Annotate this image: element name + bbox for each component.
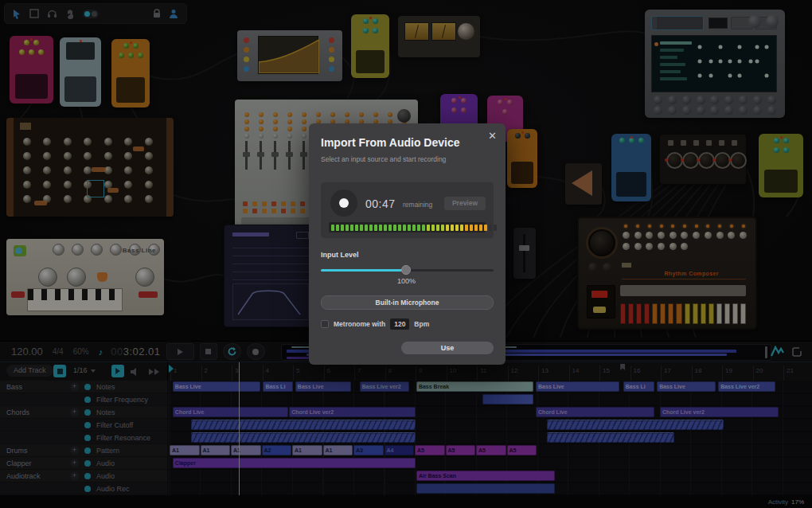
- meter-bar: [365, 225, 368, 231]
- meter-bar: [436, 225, 439, 231]
- meter-bar: [345, 225, 349, 231]
- meter-bar: [484, 225, 487, 231]
- slider-handle[interactable]: [401, 265, 411, 275]
- meter-bar: [412, 225, 416, 231]
- meter-bar: [494, 225, 497, 231]
- close-icon[interactable]: ✕: [488, 131, 497, 141]
- meter-bar: [384, 225, 387, 231]
- meter-bar: [465, 225, 468, 231]
- metronome-checkbox[interactable]: [321, 320, 329, 328]
- use-button[interactable]: Use: [401, 342, 494, 354]
- meter-bar: [422, 225, 425, 231]
- meter-bar: [489, 225, 492, 231]
- input-level-meter: [329, 222, 486, 233]
- input-device-button[interactable]: Built-in Microphone: [321, 295, 494, 310]
- meter-bar: [360, 225, 363, 231]
- meter-bar: [374, 225, 377, 231]
- preview-button[interactable]: Preview: [444, 197, 486, 210]
- input-level-value: 100%: [397, 277, 416, 285]
- meter-bar: [479, 225, 482, 231]
- meter-bar: [451, 225, 454, 231]
- meter-bar: [455, 225, 459, 231]
- meter-bar: [388, 225, 392, 231]
- remaining-label: remaining: [403, 201, 432, 209]
- modal-title: Import From Audio Device: [321, 136, 494, 149]
- modal-subtitle: Select an input source and start recordi…: [321, 155, 494, 163]
- meter-bar: [350, 225, 353, 231]
- meter-bar: [403, 225, 406, 231]
- meter-bar: [441, 225, 444, 231]
- meter-bar: [369, 225, 373, 231]
- bpm-value[interactable]: 120: [390, 318, 409, 330]
- meter-bar: [379, 225, 382, 231]
- metronome-label: Metronome with: [334, 320, 385, 328]
- meter-bar: [460, 225, 463, 231]
- meter-bar: [336, 225, 339, 231]
- meter-bar: [427, 225, 430, 231]
- meter-bar: [446, 225, 449, 231]
- meter-bar: [393, 225, 396, 231]
- meter-bar: [417, 225, 420, 231]
- meter-bar: [341, 225, 344, 231]
- meter-bar: [355, 225, 358, 231]
- meter-bar: [470, 225, 473, 231]
- input-level-slider[interactable]: [321, 265, 494, 275]
- meter-bar: [398, 225, 401, 231]
- meter-bar: [431, 225, 435, 231]
- app-window: Bass Line: [0, 0, 812, 508]
- time-remaining-value: 00:47: [365, 197, 396, 210]
- meter-bar: [331, 225, 334, 231]
- import-audio-modal: ✕ Import From Audio Device Select an inp…: [309, 123, 506, 365]
- meter-bar: [408, 225, 411, 231]
- recorder-panel: 00:47 remaining Preview: [321, 182, 494, 238]
- metronome-row: Metronome with 120 Bpm: [321, 318, 429, 330]
- meter-bar: [474, 225, 478, 231]
- input-level-label: Input Level: [321, 251, 359, 259]
- record-toggle-button[interactable]: [330, 190, 357, 217]
- bpm-unit: Bpm: [414, 320, 429, 328]
